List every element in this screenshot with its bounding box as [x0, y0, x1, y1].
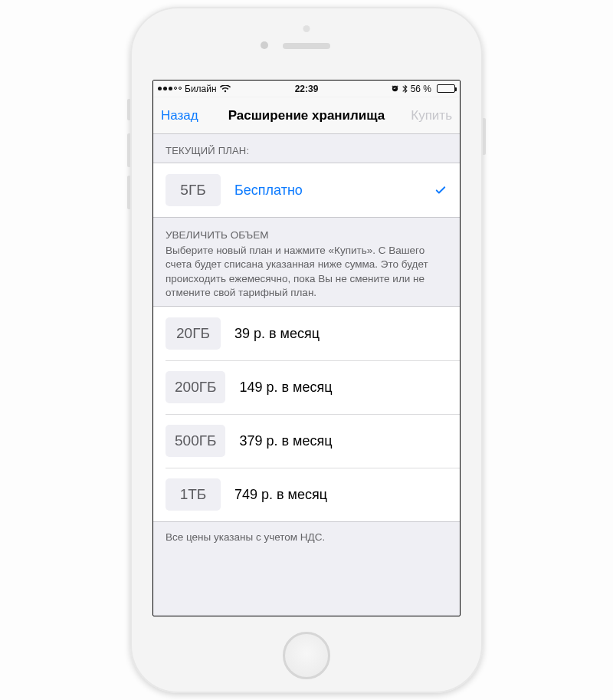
plan-label: Бесплатно	[234, 182, 303, 199]
plan-row[interactable]: 20ГБ 39 р. в месяц	[153, 307, 460, 360]
mute-switch	[127, 99, 130, 120]
battery-icon	[437, 84, 455, 93]
battery-percent: 56 %	[411, 84, 431, 94]
front-camera	[261, 41, 268, 49]
earpiece-speaker	[283, 43, 330, 49]
section-header-upgrade: УВЕЛИЧИТЬ ОБЪЕМ Выберите новый план и на…	[153, 218, 460, 306]
plan-row[interactable]: 500ГБ 379 р. в месяц	[153, 414, 460, 468]
upgrade-header: УВЕЛИЧИТЬ ОБЪЕМ	[166, 228, 447, 242]
content-scroll[interactable]: ТЕКУЩИЙ ПЛАН: 5ГБ Бесплатно УВЕЛИЧИТЬ ОБ…	[153, 134, 460, 616]
plan-row-current[interactable]: 5ГБ Бесплатно	[153, 163, 460, 217]
current-plan-group: 5ГБ Бесплатно	[153, 163, 460, 218]
carrier-label: Билайн	[185, 84, 217, 94]
plan-size-badge: 1ТБ	[166, 478, 221, 511]
wifi-icon	[220, 85, 231, 93]
bluetooth-icon	[402, 84, 408, 94]
plan-label: 39 р. в месяц	[234, 326, 320, 342]
cellular-signal-icon	[158, 87, 182, 90]
plan-size-badge: 5ГБ	[166, 174, 221, 206]
plan-label: 749 р. в месяц	[234, 487, 327, 503]
screen: Билайн 22:39 56 %	[152, 80, 461, 616]
footer-note: Все цены указаны с учетом НДС.	[153, 522, 460, 555]
back-button[interactable]: Назад	[161, 108, 198, 123]
power-button	[483, 118, 486, 155]
proximity-sensor	[303, 25, 310, 32]
volume-up	[127, 133, 130, 167]
section-header-current: ТЕКУЩИЙ ПЛАН:	[153, 134, 460, 163]
volume-down	[127, 176, 130, 209]
buy-button[interactable]: Купить	[411, 108, 452, 123]
checkmark-icon	[434, 183, 447, 197]
navigation-bar: Назад Расширение хранилища Купить	[153, 97, 460, 134]
phone-frame: Билайн 22:39 56 %	[130, 7, 483, 693]
alarm-icon	[391, 84, 399, 93]
plan-size-badge: 500ГБ	[166, 425, 225, 457]
plan-size-badge: 200ГБ	[166, 371, 225, 403]
plan-label: 149 р. в месяц	[239, 380, 332, 396]
upgrade-description: Выберите новый план и нажмите «Купить». …	[166, 245, 428, 298]
home-button[interactable]	[283, 632, 330, 679]
plan-row[interactable]: 200ГБ 149 р. в месяц	[153, 360, 460, 414]
upgrade-plans-group: 20ГБ 39 р. в месяц 200ГБ 149 р. в месяц …	[153, 306, 460, 522]
plan-size-badge: 20ГБ	[166, 317, 221, 350]
plan-label: 379 р. в месяц	[239, 433, 332, 449]
plan-row[interactable]: 1ТБ 749 р. в месяц	[153, 468, 460, 521]
status-bar: Билайн 22:39 56 %	[153, 81, 460, 97]
